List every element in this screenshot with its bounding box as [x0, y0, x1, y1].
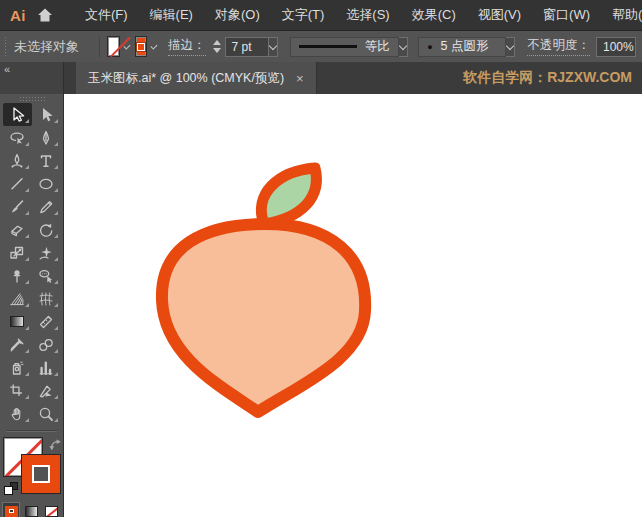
blend-tool[interactable]	[32, 333, 61, 356]
control-bar: 未选择对象 描边： 7 pt 等比 ● 5 点圆形 不透明度： 100%	[0, 30, 642, 62]
brush-name-label: 5 点圆形	[441, 38, 489, 55]
swap-fill-stroke-icon[interactable]	[49, 437, 62, 455]
curvature-tool[interactable]	[3, 149, 32, 172]
pencil-tool[interactable]	[32, 195, 61, 218]
selection-tool[interactable]	[3, 103, 32, 126]
rotate-tool[interactable]	[32, 218, 61, 241]
variable-width-profile-dropdown[interactable]: 等比	[290, 37, 399, 57]
selection-status-label: 未选择对象	[14, 38, 79, 56]
profile-dropdown-chevron[interactable]	[399, 37, 408, 57]
paint-mode-buttons	[0, 501, 63, 517]
menu-items: 文件(F) 编辑(E) 对象(O) 文字(T) 选择(S) 效果(C) 视图(V…	[74, 1, 642, 29]
opacity-label[interactable]: 不透明度：	[527, 37, 590, 56]
menu-help[interactable]: 帮助(H)	[601, 1, 642, 29]
zoom-tool[interactable]	[32, 402, 61, 425]
slice-tool[interactable]	[32, 379, 61, 402]
stepper-up-icon[interactable]	[213, 40, 221, 45]
width-tool[interactable]	[32, 241, 61, 264]
type-tool[interactable]	[32, 149, 61, 172]
stroke-weight-dropdown[interactable]	[269, 37, 278, 57]
perspective-grid-tool[interactable]	[3, 287, 32, 310]
paintbrush-tool[interactable]	[3, 195, 32, 218]
stroke-color-swatch[interactable]	[135, 36, 148, 57]
tools-panel	[0, 94, 64, 517]
fill-color-swatch[interactable]	[107, 36, 120, 57]
separator	[99, 37, 100, 57]
line-segment-tool[interactable]	[3, 172, 32, 195]
artboard-canvas[interactable]	[64, 94, 642, 517]
menu-select[interactable]: 选择(S)	[335, 1, 400, 29]
brush-definition-dropdown[interactable]: ● 5 点圆形	[418, 37, 506, 57]
eyedropper-tool[interactable]	[3, 333, 32, 356]
home-icon[interactable]	[36, 3, 54, 27]
stroke-profile-preview	[299, 45, 357, 48]
collapse-panel-icon[interactable]: «	[4, 63, 9, 75]
menu-object[interactable]: 对象(O)	[204, 1, 271, 29]
chevron-down-icon	[268, 41, 276, 49]
gradient-mode-button[interactable]	[23, 503, 39, 517]
close-icon[interactable]: ×	[296, 72, 304, 85]
ellipse-tool[interactable]	[32, 172, 61, 195]
gradient-tool[interactable]	[3, 310, 32, 333]
watermark-text: 软件自学网：RJZXW.COM	[463, 62, 642, 94]
toolbar-divider	[6, 430, 57, 432]
lasso-tool[interactable]	[3, 126, 32, 149]
brush-preview-dot: ●	[427, 42, 432, 52]
scale-tool[interactable]	[3, 241, 32, 264]
mesh-tool[interactable]	[32, 287, 61, 310]
stroke-swatch-active[interactable]	[21, 454, 61, 494]
peach-artwork[interactable]	[64, 94, 642, 517]
toolbar-header: «	[0, 62, 64, 94]
document-tab[interactable]: 玉米图标.ai* @ 100% (CMYK/预览) ×	[76, 62, 317, 94]
menu-bar: Ai 文件(F) 编辑(E) 对象(O) 文字(T) 选择(S) 效果(C) 视…	[0, 0, 642, 30]
menu-window[interactable]: 窗口(W)	[532, 1, 601, 29]
pen-tool[interactable]	[32, 126, 61, 149]
document-title: 玉米图标.ai* @ 100% (CMYK/预览)	[88, 70, 284, 87]
stepper-down-icon[interactable]	[213, 48, 221, 53]
illustrator-logo: Ai	[4, 5, 32, 26]
direct-selection-tool[interactable]	[32, 103, 61, 126]
column-graph-tool[interactable]	[32, 356, 61, 379]
color-mode-button[interactable]	[3, 503, 19, 517]
document-tab-bar: « 玉米图标.ai* @ 100% (CMYK/预览) × 软件自学网：RJZX…	[0, 62, 642, 94]
menu-type[interactable]: 文字(T)	[271, 1, 336, 29]
panel-grip-icon[interactable]	[19, 96, 45, 101]
default-fill-stroke-icon[interactable]	[4, 482, 19, 497]
artboard-tool[interactable]	[3, 379, 32, 402]
stroke-weight-input[interactable]: 7 pt	[225, 37, 269, 57]
menu-edit[interactable]: 编辑(E)	[139, 1, 204, 29]
stroke-weight-label[interactable]: 描边：	[168, 37, 206, 56]
measure-tool[interactable]	[32, 310, 61, 333]
fill-stroke-control	[0, 437, 63, 501]
perspective-selection-tool[interactable]	[32, 264, 61, 287]
menu-file[interactable]: 文件(F)	[74, 1, 139, 29]
menu-view[interactable]: 视图(V)	[467, 1, 532, 29]
puppet-warp-tool[interactable]	[3, 264, 32, 287]
brush-dropdown-chevron[interactable]	[506, 37, 515, 57]
chevron-down-icon	[506, 41, 514, 49]
peach-leaf[interactable]	[261, 168, 316, 224]
chevron-down-icon[interactable]	[151, 42, 158, 49]
opacity-input[interactable]: 100%	[596, 37, 636, 57]
none-mode-button[interactable]	[44, 503, 60, 517]
peach-body[interactable]	[162, 224, 365, 412]
symbol-sprayer-tool[interactable]	[3, 356, 32, 379]
panel-grip-icon[interactable]	[4, 36, 8, 58]
eraser-tool[interactable]	[3, 218, 32, 241]
menu-effect[interactable]: 效果(C)	[401, 1, 467, 29]
chevron-down-icon	[399, 41, 407, 49]
hand-tool[interactable]	[3, 402, 32, 425]
stroke-profile-label: 等比	[365, 38, 390, 55]
stroke-weight-stepper[interactable]	[213, 40, 221, 53]
